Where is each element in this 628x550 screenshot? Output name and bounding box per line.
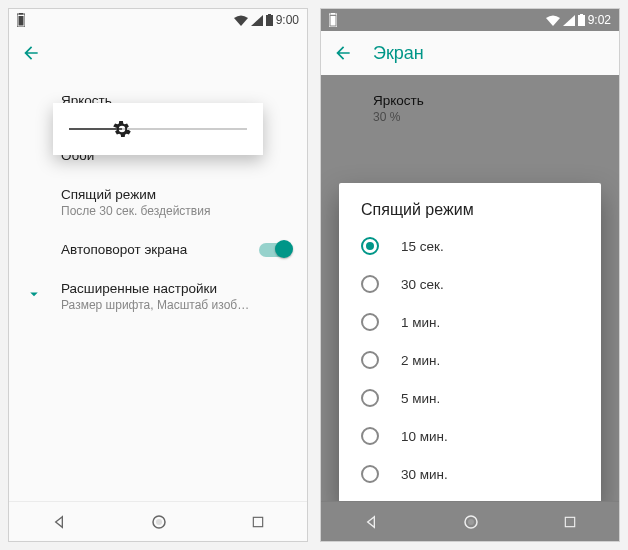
- battery-icon: [329, 13, 337, 27]
- radio-icon[interactable]: [361, 389, 379, 407]
- svg-rect-4: [268, 14, 271, 15]
- sleep-option[interactable]: 30 мин.: [339, 455, 601, 493]
- phone-left: 9:00 Яркость 30 % Обои Спящий режим Посл…: [8, 8, 308, 542]
- dialog-title: Спящий режим: [339, 201, 601, 227]
- item-title: Расширенные настройки: [61, 281, 255, 296]
- radio-icon[interactable]: [361, 427, 379, 445]
- settings-list: Яркость 30 % Спящий режим 15 сек.30 сек.…: [321, 75, 619, 501]
- option-label: 1 мин.: [401, 315, 440, 330]
- battery-icon: [17, 13, 25, 27]
- brightness-thumb-icon[interactable]: [111, 118, 133, 140]
- battery-status-icon: [578, 14, 585, 26]
- settings-list: Яркость 30 % Обои Спящий режим После 30 …: [9, 75, 307, 501]
- nav-back-icon[interactable]: [51, 514, 67, 530]
- item-title: Яркость: [373, 93, 567, 108]
- status-bar: 9:00: [9, 9, 307, 31]
- app-bar: Экран: [321, 31, 619, 75]
- signal-icon: [563, 15, 575, 26]
- item-brightness[interactable]: Яркость 30 %: [321, 81, 619, 136]
- radio-icon[interactable]: [361, 465, 379, 483]
- sleep-option[interactable]: 30 сек.: [339, 265, 601, 303]
- item-value: Размер шрифта, Масштаб изображения на эк…: [61, 298, 255, 312]
- nav-back-icon[interactable]: [363, 514, 379, 530]
- svg-rect-2: [19, 16, 24, 26]
- chevron-down-icon: [25, 285, 43, 303]
- status-time: 9:00: [276, 13, 299, 27]
- svg-rect-15: [566, 517, 575, 526]
- wifi-icon: [234, 15, 248, 26]
- svg-rect-11: [578, 15, 585, 26]
- sleep-dialog: Спящий режим 15 сек.30 сек.1 мин.2 мин.5…: [339, 183, 601, 501]
- svg-rect-9: [331, 13, 335, 15]
- radio-icon[interactable]: [361, 351, 379, 369]
- nav-bar: [321, 501, 619, 541]
- item-advanced[interactable]: Расширенные настройки Размер шрифта, Мас…: [9, 269, 307, 324]
- autorotate-switch[interactable]: [259, 243, 291, 257]
- svg-rect-10: [331, 16, 336, 26]
- back-icon[interactable]: [21, 43, 41, 63]
- sleep-option[interactable]: 10 мин.: [339, 417, 601, 455]
- brightness-slider-panel: [53, 103, 263, 155]
- option-label: 2 мин.: [401, 353, 440, 368]
- item-value: После 30 сек. бездействия: [61, 204, 255, 218]
- option-label: 15 сек.: [401, 239, 444, 254]
- radio-icon[interactable]: [361, 275, 379, 293]
- nav-recent-icon[interactable]: [251, 515, 265, 529]
- option-label: 30 сек.: [401, 277, 444, 292]
- radio-icon[interactable]: [361, 313, 379, 331]
- battery-status-icon: [266, 14, 273, 26]
- nav-home-icon[interactable]: [150, 513, 168, 531]
- sleep-option[interactable]: 15 сек.: [339, 227, 601, 265]
- option-label: 5 мин.: [401, 391, 440, 406]
- signal-icon: [251, 15, 263, 26]
- svg-point-14: [468, 519, 474, 525]
- radio-icon[interactable]: [361, 237, 379, 255]
- wifi-icon: [546, 15, 560, 26]
- back-icon[interactable]: [333, 43, 353, 63]
- nav-recent-icon[interactable]: [563, 515, 577, 529]
- app-bar: [9, 31, 307, 75]
- brightness-slider[interactable]: [69, 128, 247, 130]
- phone-right: 9:02 Экран Яркость 30 % Спящий режим 15 …: [320, 8, 620, 542]
- status-bar: 9:02: [321, 9, 619, 31]
- item-value: 30 %: [373, 110, 567, 124]
- svg-rect-7: [254, 517, 263, 526]
- svg-rect-3: [266, 15, 273, 26]
- sleep-option[interactable]: 5 мин.: [339, 379, 601, 417]
- nav-bar: [9, 501, 307, 541]
- status-time: 9:02: [588, 13, 611, 27]
- sleep-option[interactable]: 2 мин.: [339, 341, 601, 379]
- item-title: Автоповорот экрана: [61, 242, 259, 257]
- option-label: 30 мин.: [401, 467, 448, 482]
- page-title: Экран: [373, 43, 424, 64]
- svg-point-6: [156, 519, 162, 525]
- nav-home-icon[interactable]: [462, 513, 480, 531]
- item-autorotate[interactable]: Автоповорот экрана: [9, 230, 307, 269]
- option-label: 10 мин.: [401, 429, 448, 444]
- item-title: Спящий режим: [61, 187, 255, 202]
- svg-rect-12: [580, 14, 583, 15]
- item-sleep[interactable]: Спящий режим После 30 сек. бездействия: [9, 175, 307, 230]
- sleep-option[interactable]: 1 мин.: [339, 303, 601, 341]
- svg-rect-1: [19, 13, 23, 15]
